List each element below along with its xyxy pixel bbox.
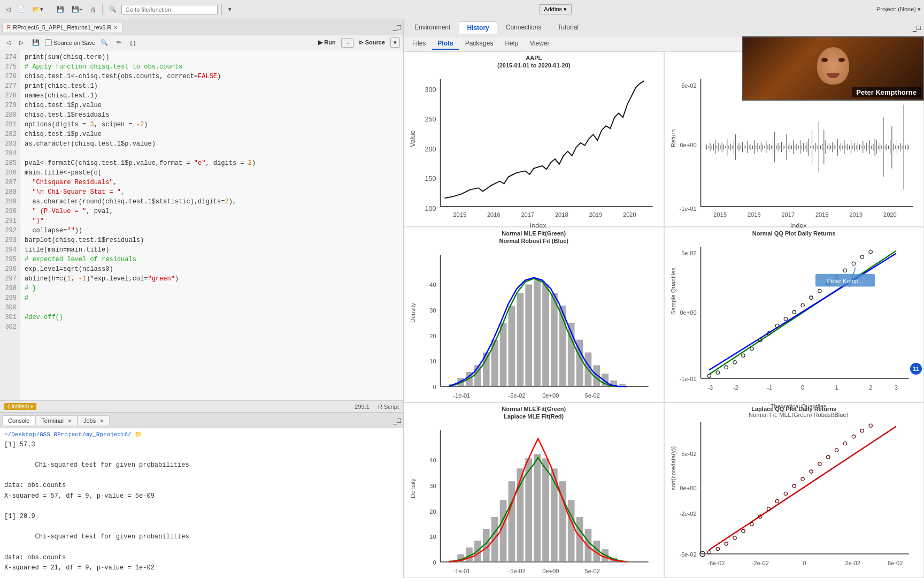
- console-tab[interactable]: Console: [2, 415, 35, 425]
- svg-text:5e-02: 5e-02: [585, 392, 600, 398]
- back-btn[interactable]: ◁: [3, 4, 13, 14]
- svg-text:Density: Density: [410, 302, 416, 322]
- svg-text:0e+00: 0e+00: [680, 485, 696, 491]
- new-file-btn[interactable]: 📄: [15, 4, 28, 14]
- plot5-container: 0 10 20 30 40 Density -1e-01 -5e-02 0e+0…: [406, 422, 661, 578]
- output-8: X-squared = 21, df = 9, p-value = 1e-02: [4, 563, 399, 573]
- nav-fwd-btn[interactable]: ▷: [16, 38, 27, 47]
- svg-text:200: 200: [425, 145, 436, 153]
- plot-cell-3: Normal MLE Fit(Green)Normal Robust Fit (…: [404, 227, 664, 402]
- svg-text:5e-02: 5e-02: [681, 250, 696, 256]
- history-tab[interactable]: History: [459, 21, 497, 34]
- source-button[interactable]: ⊳ Source: [356, 38, 388, 47]
- svg-point-284: [818, 462, 821, 466]
- addins-btn[interactable]: Addins ▾: [539, 4, 572, 14]
- svg-text:2019: 2019: [849, 211, 863, 218]
- output-blank3: [4, 501, 399, 512]
- env-tab[interactable]: Environment: [407, 21, 458, 34]
- svg-point-279: [775, 500, 779, 503]
- jobs-tab[interactable]: Jobs ✕: [78, 415, 110, 425]
- output-blank5: [4, 542, 399, 552]
- nav-back-btn[interactable]: ◁: [3, 38, 14, 47]
- code-content[interactable]: print(sum(chisq.term)) # Apply function …: [20, 50, 403, 400]
- svg-rect-252: [585, 529, 592, 562]
- jobs-close[interactable]: ✕: [99, 418, 104, 424]
- open-btn[interactable]: 📂▾: [30, 4, 46, 14]
- terminal-close[interactable]: ✕: [67, 418, 72, 424]
- svg-line-198: [709, 251, 896, 374]
- svg-point-290: [869, 424, 872, 427]
- editor-tab-close[interactable]: ✕: [113, 25, 118, 31]
- packages-tab[interactable]: Packages: [460, 38, 499, 50]
- right-maximize[interactable]: □: [917, 24, 921, 32]
- plot6-container: -6e-02 -2e-02 0e+00 5e-02 sort(coredata(…: [667, 414, 922, 578]
- svg-text:0e+00: 0e+00: [542, 392, 559, 398]
- svg-text:2017: 2017: [521, 211, 534, 218]
- save-all-btn[interactable]: 💾+: [69, 4, 85, 14]
- svg-text:5e-02: 5e-02: [681, 82, 696, 88]
- source-on-save-checkbox[interactable]: [45, 39, 52, 46]
- svg-text:-2: -2: [733, 384, 738, 391]
- save2-btn[interactable]: 💾: [29, 38, 43, 47]
- svg-text:Value: Value: [409, 130, 417, 147]
- svg-point-212: [809, 296, 812, 299]
- svg-text:0: 0: [803, 560, 806, 566]
- save-btn[interactable]: 💾: [54, 4, 67, 14]
- svg-point-204: [741, 354, 744, 357]
- right-minimize[interactable]: _: [913, 24, 917, 32]
- dropdown-btn[interactable]: ▾: [226, 4, 234, 14]
- svg-text:-1e-01: -1e-01: [679, 376, 696, 382]
- svg-point-283: [809, 470, 812, 473]
- terminal-tab[interactable]: Terminal ✕: [35, 415, 78, 425]
- svg-point-288: [852, 435, 855, 438]
- print-btn[interactable]: 🖨: [87, 5, 98, 14]
- svg-text:Peter Kemp...: Peter Kemp...: [827, 278, 863, 284]
- svg-point-280: [784, 492, 787, 495]
- console-content[interactable]: ~/Desktop/GSS RProject/my_Rproject6/ 📁 […: [0, 428, 403, 578]
- editor-tab-main[interactable]: R RProject6_5_APPL_Returns1_rev6.R ✕: [2, 22, 122, 32]
- code-editor[interactable]: 274275276277278 279280281282283 28428528…: [0, 50, 403, 400]
- svg-rect-169: [509, 306, 515, 386]
- editor-minimize[interactable]: _: [393, 23, 397, 31]
- help-tab[interactable]: Help: [499, 38, 523, 50]
- svg-point-275: [741, 529, 744, 533]
- svg-text:150: 150: [425, 175, 436, 182]
- connections-tab[interactable]: Connections: [498, 21, 549, 34]
- go-to-input[interactable]: [121, 5, 218, 14]
- run-button[interactable]: ▶ Run: [315, 38, 338, 47]
- svg-point-276: [750, 523, 753, 526]
- search-btn[interactable]: 🔍: [106, 4, 119, 14]
- svg-point-274: [733, 536, 736, 539]
- svg-point-217: [852, 262, 855, 265]
- editor-maximize[interactable]: □: [397, 23, 401, 31]
- code-btn[interactable]: { }: [127, 39, 138, 47]
- sep1: [50, 4, 50, 15]
- right-panel: Peter Kempthorne Environment History Con…: [404, 19, 924, 578]
- find-btn[interactable]: 🔍: [97, 38, 111, 47]
- svg-text:-3: -3: [707, 384, 713, 391]
- console-minimize[interactable]: _: [393, 416, 397, 424]
- right-tabs2-group: Files Plots Packages Help Viewer: [407, 38, 555, 50]
- console-maximize[interactable]: □: [397, 416, 401, 424]
- pipe-btn[interactable]: →: [341, 38, 353, 48]
- edit-btn[interactable]: ✏: [113, 38, 125, 47]
- svg-line-270: [709, 427, 896, 550]
- plots-tab[interactable]: Plots: [432, 38, 458, 50]
- source-on-save-label: Source on Save: [45, 39, 95, 46]
- source-arrow-btn[interactable]: ▾: [390, 37, 400, 48]
- svg-point-282: [800, 477, 804, 481]
- svg-text:2: 2: [869, 384, 872, 391]
- plot-cell-1: AAPL(2015-01-01 to 2020-01-20) 100 150 2…: [404, 51, 664, 227]
- svg-rect-247: [542, 458, 549, 562]
- svg-text:5e-02: 5e-02: [585, 567, 600, 574]
- svg-point-286: [835, 448, 838, 452]
- plot4-title: Normal QQ Plot Daily Returns: [752, 230, 836, 237]
- notif-bubble[interactable]: 11: [910, 363, 922, 375]
- tutorial-tab[interactable]: Tutorial: [550, 21, 586, 34]
- svg-rect-246: [534, 454, 541, 562]
- viewer-tab[interactable]: Viewer: [525, 38, 555, 50]
- editor-statusbar: (Untitled) ▾ 299:1 R Script: [0, 400, 403, 412]
- svg-text:0: 0: [800, 384, 804, 391]
- files-tab[interactable]: Files: [407, 38, 431, 50]
- editor-toolbar2: ◁ ▷ 💾 Source on Save 🔍 ✏ { } ▶ Run → ⊳ S…: [0, 35, 403, 50]
